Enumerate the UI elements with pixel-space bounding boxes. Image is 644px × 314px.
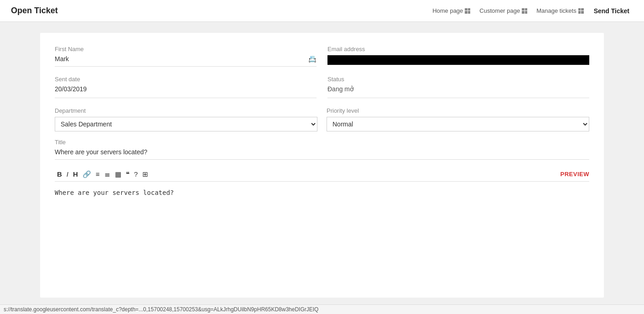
email-col: Email address xyxy=(327,46,589,67)
title-value: Where are your servers located? xyxy=(55,148,589,160)
sent-date-col: Sent date 20/03/2019 xyxy=(55,76,327,98)
quote-button[interactable]: ❝ xyxy=(124,170,132,178)
first-name-wrap: Mark 📇 xyxy=(55,55,317,67)
email-label: Email address xyxy=(327,46,589,52)
first-name-value: Mark xyxy=(55,55,304,63)
send-ticket-button[interactable]: Send Ticket xyxy=(590,5,633,16)
manage-tickets-link[interactable]: Manage tickets xyxy=(534,5,586,16)
home-page-label: Home page xyxy=(432,7,463,14)
customer-page-icon xyxy=(522,8,527,14)
first-name-label: First Name xyxy=(55,46,317,52)
main-content: First Name Mark 📇 Email address Sent dat… xyxy=(0,22,644,309)
contact-card-icon: 📇 xyxy=(307,55,317,63)
heading-button[interactable]: H xyxy=(71,170,80,178)
brand-title: Open Ticket xyxy=(11,6,430,16)
italic-button[interactable]: I xyxy=(64,170,71,178)
link-button[interactable]: 🔗 xyxy=(80,170,93,178)
priority-select[interactable]: Low Normal High Urgent xyxy=(327,117,589,131)
email-value xyxy=(327,55,589,65)
status-value: Đang mở xyxy=(327,85,589,98)
first-name-col: First Name Mark 📇 xyxy=(55,46,327,67)
title-row: Title Where are your servers located? xyxy=(55,139,589,160)
url-text: s://translate.googleusercontent.com/tran… xyxy=(4,306,318,313)
preview-button[interactable]: PREVIEW xyxy=(561,171,589,178)
sent-date-label: Sent date xyxy=(55,76,317,83)
url-bar: s://translate.googleusercontent.com/tran… xyxy=(0,304,644,314)
bold-button[interactable]: B xyxy=(55,170,64,178)
department-label: Department xyxy=(55,107,317,114)
customer-page-link[interactable]: Customer page xyxy=(477,5,530,16)
editor-content[interactable]: Where are your servers located? xyxy=(55,182,589,255)
editor-section: B I H 🔗 ≡ ≣ ▦ ❝ ? ⊞ PREVIEW Where are yo… xyxy=(55,167,589,255)
home-page-icon xyxy=(465,8,470,14)
manage-tickets-icon xyxy=(578,8,584,14)
table-button[interactable]: ▦ xyxy=(113,170,124,178)
ordered-list-button[interactable]: ≣ xyxy=(102,170,113,178)
status-col: Status Đang mở xyxy=(327,76,589,98)
dept-priority-row: Department Sales Department Technical Su… xyxy=(55,107,589,131)
date-status-row: Sent date 20/03/2019 Status Đang mở xyxy=(55,76,589,98)
manage-tickets-label: Manage tickets xyxy=(536,7,576,14)
priority-col: Priority level Low Normal High Urgent xyxy=(327,107,589,131)
home-page-link[interactable]: Home page xyxy=(430,5,473,16)
title-label: Title xyxy=(55,139,589,146)
department-select[interactable]: Sales Department Technical Support Billi… xyxy=(55,117,317,131)
sent-date-value: 20/03/2019 xyxy=(55,85,317,98)
more-button[interactable]: ⊞ xyxy=(140,170,151,178)
priority-label: Priority level xyxy=(327,107,589,114)
form-card: First Name Mark 📇 Email address Sent dat… xyxy=(40,33,604,298)
customer-page-label: Customer page xyxy=(479,7,520,14)
top-nav: Open Ticket Home page Customer page Mana… xyxy=(0,0,644,22)
editor-toolbar: B I H 🔗 ≡ ≣ ▦ ❝ ? ⊞ PREVIEW xyxy=(55,167,589,182)
help-button[interactable]: ? xyxy=(132,170,140,178)
name-email-row: First Name Mark 📇 Email address xyxy=(55,46,589,67)
nav-links: Home page Customer page Manage tickets S… xyxy=(430,5,633,16)
status-label: Status xyxy=(327,76,589,83)
unordered-list-button[interactable]: ≡ xyxy=(93,170,102,178)
department-col: Department Sales Department Technical Su… xyxy=(55,107,317,131)
